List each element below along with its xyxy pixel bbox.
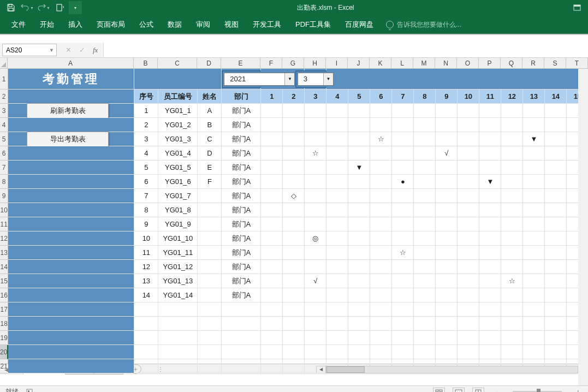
empty-cell[interactable] <box>479 317 501 330</box>
attendance-cell[interactable] <box>523 288 545 302</box>
attendance-cell[interactable] <box>458 203 479 217</box>
tab-file[interactable]: 文件 <box>4 15 33 34</box>
attendance-cell[interactable] <box>458 118 479 132</box>
attendance-cell[interactable] <box>458 104 479 117</box>
empty-cell[interactable] <box>305 345 326 359</box>
attendance-cell[interactable] <box>305 217 326 231</box>
attendance-cell[interactable] <box>370 274 392 288</box>
attendance-cell[interactable] <box>326 203 348 217</box>
cells-area[interactable]: 考勤管理2021▼3▼序号员工编号姓名部门1234567891011121314… <box>8 69 588 364</box>
empty-cell[interactable] <box>158 302 198 316</box>
attendance-cell[interactable] <box>392 161 414 174</box>
touch-mode-icon[interactable] <box>52 1 68 14</box>
row-header[interactable]: 10 <box>0 203 8 217</box>
attendance-cell[interactable] <box>392 203 414 217</box>
empty-cell[interactable] <box>222 345 261 359</box>
empty-cell[interactable] <box>261 359 283 373</box>
attendance-cell[interactable] <box>501 104 523 117</box>
column-header[interactable]: M <box>413 58 435 68</box>
row-header[interactable]: 3 <box>0 104 8 118</box>
empty-cell[interactable] <box>261 345 283 359</box>
zoom-out-icon[interactable]: − <box>492 388 501 393</box>
empty-cell[interactable] <box>305 302 326 316</box>
empty-cell[interactable] <box>158 317 198 330</box>
empty-cell[interactable] <box>348 317 370 330</box>
attendance-cell[interactable] <box>348 288 370 302</box>
attendance-cell[interactable] <box>348 260 370 274</box>
attendance-cell[interactable] <box>414 203 436 217</box>
column-header[interactable]: T <box>566 58 588 68</box>
empty-cell[interactable] <box>283 317 305 330</box>
column-header[interactable]: C <box>158 58 197 68</box>
attendance-cell[interactable] <box>545 246 567 259</box>
empty-cell[interactable] <box>545 317 567 330</box>
attendance-cell[interactable] <box>348 189 370 203</box>
empty-cell[interactable] <box>501 345 523 359</box>
attendance-cell[interactable] <box>370 161 392 174</box>
attendance-cell[interactable] <box>283 231 305 245</box>
attendance-cell[interactable] <box>501 203 523 217</box>
attendance-cell[interactable] <box>283 246 305 259</box>
attendance-cell[interactable] <box>348 231 370 245</box>
empty-cell[interactable] <box>326 302 348 316</box>
attendance-cell[interactable] <box>261 260 283 274</box>
empty-cell[interactable] <box>198 345 222 359</box>
empty-cell[interactable] <box>479 345 501 359</box>
attendance-cell[interactable] <box>545 189 567 203</box>
row-header[interactable]: 13 <box>0 246 8 260</box>
empty-cell[interactable] <box>414 317 436 330</box>
empty-cell[interactable] <box>198 331 222 345</box>
attendance-cell[interactable] <box>523 104 545 117</box>
attendance-cell[interactable] <box>523 246 545 259</box>
attendance-cell[interactable] <box>261 175 283 188</box>
attendance-cell[interactable] <box>305 288 326 302</box>
empty-cell[interactable] <box>134 302 158 316</box>
empty-cell[interactable] <box>392 302 414 316</box>
empty-cell[interactable] <box>158 331 198 345</box>
column-header[interactable]: P <box>479 58 501 68</box>
attendance-cell[interactable] <box>523 189 545 203</box>
attendance-cell[interactable] <box>436 175 458 188</box>
empty-cell[interactable] <box>198 302 222 316</box>
attendance-cell[interactable] <box>348 217 370 231</box>
attendance-cell[interactable] <box>501 231 523 245</box>
attendance-cell[interactable] <box>326 175 348 188</box>
attendance-cell[interactable] <box>436 231 458 245</box>
attendance-cell[interactable] <box>370 146 392 160</box>
empty-cell[interactable] <box>261 317 283 330</box>
column-header[interactable]: I <box>326 58 348 68</box>
attendance-cell[interactable] <box>479 274 501 288</box>
attendance-cell[interactable] <box>261 203 283 217</box>
attendance-cell[interactable]: ▼ <box>479 175 501 188</box>
empty-cell[interactable] <box>458 331 479 345</box>
empty-cell[interactable] <box>545 331 567 345</box>
view-normal-icon[interactable] <box>433 388 445 393</box>
attendance-cell[interactable] <box>436 288 458 302</box>
empty-cell[interactable] <box>326 331 348 345</box>
attendance-cell[interactable] <box>305 104 326 117</box>
attendance-cell[interactable] <box>523 217 545 231</box>
column-header[interactable]: B <box>134 58 158 68</box>
attendance-cell[interactable] <box>392 132 414 146</box>
attendance-cell[interactable] <box>501 175 523 188</box>
attendance-cell[interactable] <box>283 288 305 302</box>
empty-cell[interactable] <box>414 345 436 359</box>
attendance-cell[interactable] <box>305 203 326 217</box>
attendance-cell[interactable] <box>370 104 392 117</box>
column-header[interactable]: L <box>391 58 413 68</box>
row-header[interactable]: 12 <box>0 231 8 246</box>
row-header[interactable]: 14 <box>0 260 8 274</box>
empty-cell[interactable] <box>370 317 392 330</box>
attendance-cell[interactable] <box>370 203 392 217</box>
attendance-cell[interactable] <box>305 246 326 259</box>
empty-cell[interactable] <box>436 302 458 316</box>
empty-cell[interactable] <box>479 302 501 316</box>
attendance-cell[interactable] <box>523 203 545 217</box>
column-header[interactable]: J <box>348 58 370 68</box>
empty-cell[interactable] <box>326 317 348 330</box>
view-page-break-icon[interactable] <box>472 388 484 393</box>
column-header[interactable]: R <box>522 58 544 68</box>
attendance-cell[interactable]: ☆ <box>501 274 523 288</box>
attendance-cell[interactable] <box>458 189 479 203</box>
attendance-cell[interactable]: ◇ <box>283 189 305 203</box>
